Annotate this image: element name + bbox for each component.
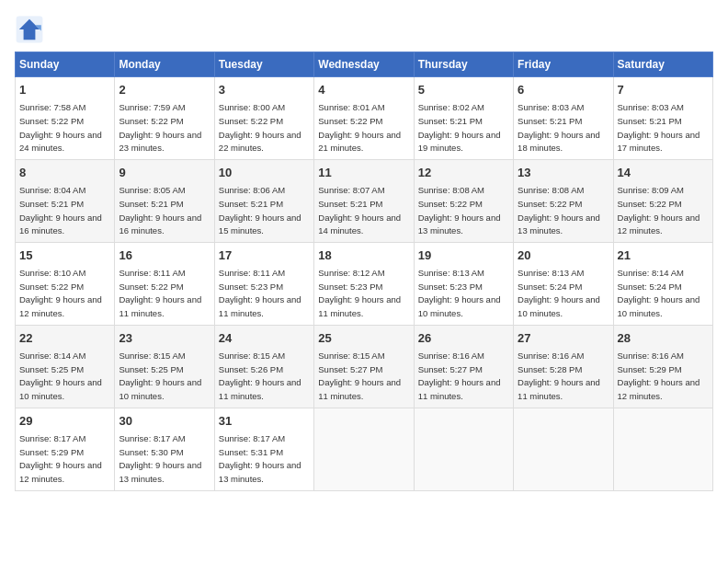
calendar-week-row: 29 Sunrise: 8:17 AMSunset: 5:29 PMDaylig… [16, 408, 713, 490]
calendar-cell: 5 Sunrise: 8:02 AMSunset: 5:21 PMDayligh… [414, 77, 513, 160]
day-number: 4 [318, 82, 409, 98]
calendar-cell: 29 Sunrise: 8:17 AMSunset: 5:29 PMDaylig… [16, 408, 115, 490]
calendar-cell: 6 Sunrise: 8:03 AMSunset: 5:21 PMDayligh… [514, 77, 613, 160]
calendar-cell: 12 Sunrise: 8:08 AMSunset: 5:22 PMDaylig… [414, 159, 513, 242]
day-info: Sunrise: 8:16 AMSunset: 5:29 PMDaylight:… [618, 350, 700, 401]
logo-icon [15, 15, 44, 44]
calendar-cell: 16 Sunrise: 8:11 AMSunset: 5:22 PMDaylig… [115, 242, 214, 325]
day-number: 19 [418, 247, 509, 264]
day-number: 18 [318, 247, 409, 264]
calendar-cell: 28 Sunrise: 8:16 AMSunset: 5:29 PMDaylig… [613, 325, 712, 408]
day-info: Sunrise: 8:03 AMSunset: 5:21 PMDaylight:… [518, 102, 600, 153]
day-number: 15 [19, 247, 110, 264]
calendar-cell: 31 Sunrise: 8:17 AMSunset: 5:31 PMDaylig… [214, 408, 313, 490]
day-header: Sunday [16, 52, 115, 77]
calendar-cell: 17 Sunrise: 8:11 AMSunset: 5:23 PMDaylig… [214, 242, 313, 325]
day-header: Tuesday [214, 52, 313, 77]
header [15, 15, 713, 44]
day-info: Sunrise: 8:14 AMSunset: 5:25 PMDaylight:… [19, 350, 102, 401]
day-info: Sunrise: 8:15 AMSunset: 5:27 PMDaylight:… [318, 350, 401, 401]
day-info: Sunrise: 7:59 AMSunset: 5:22 PMDaylight:… [119, 102, 201, 153]
day-number: 26 [418, 330, 509, 347]
calendar-cell: 13 Sunrise: 8:08 AMSunset: 5:22 PMDaylig… [514, 159, 613, 242]
day-number: 20 [518, 247, 609, 264]
calendar-cell [613, 408, 712, 490]
day-number: 17 [219, 247, 310, 264]
calendar-cell: 4 Sunrise: 8:01 AMSunset: 5:22 PMDayligh… [314, 77, 414, 160]
logo [15, 15, 48, 44]
calendar-body: 1 Sunrise: 7:58 AMSunset: 5:22 PMDayligh… [16, 77, 713, 491]
day-info: Sunrise: 8:17 AMSunset: 5:31 PMDaylight:… [219, 433, 301, 484]
day-info: Sunrise: 8:11 AMSunset: 5:23 PMDaylight:… [219, 268, 301, 318]
day-info: Sunrise: 8:13 AMSunset: 5:23 PMDaylight:… [418, 268, 501, 318]
day-number: 21 [618, 247, 709, 264]
calendar-cell: 22 Sunrise: 8:14 AMSunset: 5:25 PMDaylig… [16, 325, 115, 408]
day-number: 25 [318, 330, 409, 347]
day-info: Sunrise: 8:17 AMSunset: 5:29 PMDaylight:… [19, 433, 102, 484]
day-header: Thursday [414, 52, 513, 77]
day-info: Sunrise: 8:15 AMSunset: 5:25 PMDaylight:… [119, 350, 201, 401]
calendar-cell: 30 Sunrise: 8:17 AMSunset: 5:30 PMDaylig… [115, 408, 214, 490]
day-number: 8 [19, 165, 110, 181]
day-info: Sunrise: 8:08 AMSunset: 5:22 PMDaylight:… [418, 185, 501, 236]
day-number: 7 [618, 82, 709, 98]
day-number: 23 [119, 330, 210, 347]
day-info: Sunrise: 8:03 AMSunset: 5:21 PMDaylight:… [618, 102, 700, 153]
calendar-cell: 20 Sunrise: 8:13 AMSunset: 5:24 PMDaylig… [514, 242, 613, 325]
calendar-cell: 21 Sunrise: 8:14 AMSunset: 5:24 PMDaylig… [613, 242, 712, 325]
calendar-cell: 26 Sunrise: 8:16 AMSunset: 5:27 PMDaylig… [414, 325, 513, 408]
calendar-cell: 27 Sunrise: 8:16 AMSunset: 5:28 PMDaylig… [514, 325, 613, 408]
day-info: Sunrise: 8:06 AMSunset: 5:21 PMDaylight:… [219, 185, 301, 236]
day-number: 16 [119, 247, 210, 264]
calendar-cell: 7 Sunrise: 8:03 AMSunset: 5:21 PMDayligh… [613, 77, 712, 160]
calendar-cell [514, 408, 613, 490]
calendar-cell: 9 Sunrise: 8:05 AMSunset: 5:21 PMDayligh… [115, 159, 214, 242]
calendar-cell: 11 Sunrise: 8:07 AMSunset: 5:21 PMDaylig… [314, 159, 414, 242]
day-number: 11 [318, 165, 409, 181]
calendar-cell [314, 408, 414, 490]
calendar-cell [414, 408, 513, 490]
calendar-cell: 24 Sunrise: 8:15 AMSunset: 5:26 PMDaylig… [214, 325, 313, 408]
day-info: Sunrise: 7:58 AMSunset: 5:22 PMDaylight:… [19, 102, 102, 153]
day-number: 2 [119, 82, 210, 98]
day-info: Sunrise: 8:12 AMSunset: 5:23 PMDaylight:… [318, 268, 401, 318]
calendar-week-row: 22 Sunrise: 8:14 AMSunset: 5:25 PMDaylig… [16, 325, 713, 408]
day-info: Sunrise: 8:09 AMSunset: 5:22 PMDaylight:… [618, 185, 700, 236]
day-info: Sunrise: 8:00 AMSunset: 5:22 PMDaylight:… [219, 102, 301, 153]
day-number: 24 [219, 330, 310, 347]
calendar-cell: 10 Sunrise: 8:06 AMSunset: 5:21 PMDaylig… [214, 159, 313, 242]
day-info: Sunrise: 8:02 AMSunset: 5:21 PMDaylight:… [418, 102, 501, 153]
day-info: Sunrise: 8:17 AMSunset: 5:30 PMDaylight:… [119, 433, 201, 484]
day-header: Wednesday [314, 52, 414, 77]
day-number: 13 [518, 165, 609, 181]
day-info: Sunrise: 8:15 AMSunset: 5:26 PMDaylight:… [219, 350, 301, 401]
calendar-week-row: 8 Sunrise: 8:04 AMSunset: 5:21 PMDayligh… [16, 159, 713, 242]
day-number: 30 [119, 413, 210, 430]
day-info: Sunrise: 8:04 AMSunset: 5:21 PMDaylight:… [19, 185, 102, 236]
day-info: Sunrise: 8:07 AMSunset: 5:21 PMDaylight:… [318, 185, 401, 236]
day-info: Sunrise: 8:10 AMSunset: 5:22 PMDaylight:… [19, 268, 102, 318]
calendar-week-row: 1 Sunrise: 7:58 AMSunset: 5:22 PMDayligh… [16, 77, 713, 160]
calendar-cell: 15 Sunrise: 8:10 AMSunset: 5:22 PMDaylig… [16, 242, 115, 325]
day-number: 28 [618, 330, 709, 347]
calendar-table: SundayMondayTuesdayWednesdayThursdayFrid… [15, 52, 713, 491]
calendar-cell: 1 Sunrise: 7:58 AMSunset: 5:22 PMDayligh… [16, 77, 115, 160]
calendar-cell: 2 Sunrise: 7:59 AMSunset: 5:22 PMDayligh… [115, 77, 214, 160]
day-number: 29 [19, 413, 110, 430]
day-number: 1 [19, 82, 110, 98]
calendar-cell: 25 Sunrise: 8:15 AMSunset: 5:27 PMDaylig… [314, 325, 414, 408]
calendar-header-row: SundayMondayTuesdayWednesdayThursdayFrid… [16, 52, 713, 77]
day-number: 10 [219, 165, 310, 181]
day-header: Monday [115, 52, 214, 77]
calendar-cell: 3 Sunrise: 8:00 AMSunset: 5:22 PMDayligh… [214, 77, 313, 160]
calendar-cell: 8 Sunrise: 8:04 AMSunset: 5:21 PMDayligh… [16, 159, 115, 242]
day-number: 9 [119, 165, 210, 181]
calendar-cell: 18 Sunrise: 8:12 AMSunset: 5:23 PMDaylig… [314, 242, 414, 325]
day-info: Sunrise: 8:05 AMSunset: 5:21 PMDaylight:… [119, 185, 201, 236]
day-number: 5 [418, 82, 509, 98]
day-info: Sunrise: 8:16 AMSunset: 5:27 PMDaylight:… [418, 350, 501, 401]
day-header: Saturday [613, 52, 712, 77]
calendar-cell: 14 Sunrise: 8:09 AMSunset: 5:22 PMDaylig… [613, 159, 712, 242]
day-info: Sunrise: 8:16 AMSunset: 5:28 PMDaylight:… [518, 350, 600, 401]
day-info: Sunrise: 8:08 AMSunset: 5:22 PMDaylight:… [518, 185, 600, 236]
